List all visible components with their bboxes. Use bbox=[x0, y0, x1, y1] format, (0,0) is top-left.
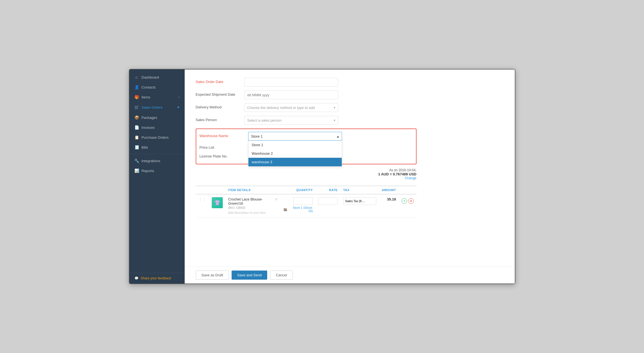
amount-cell: 35.18 bbox=[379, 194, 399, 217]
chevron-up-icon: ▴ bbox=[337, 134, 339, 138]
items-table: ITEM DETAILS QUANTITY RATE TAX AMOUNT ⋮⋮ bbox=[196, 186, 417, 217]
sidebar-nav: ⌂ Dashboard 👤 Contacts 🎁 Items › 🛒 Sales… bbox=[129, 69, 185, 273]
sidebar-item-purchase-orders[interactable]: 📋 Purchase Orders bbox=[129, 132, 185, 142]
stock-value: Store 1 (Stock: 20) bbox=[288, 206, 313, 213]
cancel-button[interactable]: Cancel bbox=[270, 271, 293, 280]
main-content: Sales Order Date 04 Oct 2016 Expected Sh… bbox=[185, 69, 515, 284]
add-sales-order-icon[interactable]: + bbox=[177, 105, 179, 110]
sidebar-item-reports[interactable]: 📊 Reports bbox=[129, 166, 185, 176]
sales-orders-icon: 🛒 bbox=[134, 105, 139, 109]
price-list-label: Price List bbox=[200, 143, 244, 149]
dashboard-icon: ⌂ bbox=[134, 75, 139, 79]
delivery-method-select-wrapper: Choose the delivery method or type to ad… bbox=[244, 103, 338, 112]
col-header-rate: RATE bbox=[316, 186, 340, 194]
sales-person-row: Sales Person Select a sales person ▾ bbox=[196, 116, 417, 125]
sidebar-label-integrations: Integrations bbox=[142, 159, 160, 163]
bills-icon: 🧾 bbox=[134, 145, 139, 149]
tax-select[interactable]: Sales Tax [8.... bbox=[343, 197, 376, 205]
warehouse-selected-value: Store 1 bbox=[251, 134, 263, 138]
sidebar-item-dashboard[interactable]: ⌂ Dashboard bbox=[129, 72, 185, 82]
delivery-method-select[interactable]: Choose the delivery method or type to ad… bbox=[244, 103, 338, 112]
item-name: Crochet Lace Blouse-Green/16 bbox=[228, 197, 275, 205]
sidebar-item-bills[interactable]: 🧾 Bills bbox=[129, 142, 185, 152]
drag-handle-icon[interactable]: ⋮⋮ bbox=[198, 194, 206, 202]
sales-order-form: Sales Order Date 04 Oct 2016 Expected Sh… bbox=[196, 78, 417, 217]
rate-input[interactable]: 35.18 bbox=[318, 197, 338, 205]
item-close-icon[interactable]: ✕ bbox=[275, 197, 278, 209]
warehouse-option-warehouse2[interactable]: Warehouse 2 bbox=[248, 149, 342, 158]
table-header: ITEM DETAILS QUANTITY RATE TAX AMOUNT bbox=[196, 186, 417, 194]
item-sku: SKU: CB002 bbox=[228, 206, 275, 209]
feedback-button[interactable]: 💬 Share your feedback bbox=[129, 273, 185, 284]
reports-icon: 📊 bbox=[134, 169, 139, 173]
delivery-method-label: Delivery Method bbox=[196, 103, 240, 109]
warehouse-select-trigger[interactable]: Store 1 ▴ bbox=[248, 132, 342, 141]
warehouse-icon: 🏬 bbox=[283, 208, 287, 211]
sidebar-item-contacts[interactable]: 👤 Contacts bbox=[129, 82, 185, 92]
warehouse-row: Warehouse Name Store 1 ▴ Store 1 bbox=[196, 129, 417, 164]
col-header-tax: TAX bbox=[340, 186, 379, 194]
sidebar-label-purchase-orders: Purchase Orders bbox=[142, 135, 169, 140]
col-header-amount: AMOUNT bbox=[379, 186, 399, 194]
sidebar-label-dashboard: Dashboard bbox=[142, 75, 159, 79]
expected-shipment-row: Expected Shipment Date bbox=[196, 90, 417, 99]
add-row-button[interactable]: + bbox=[402, 198, 407, 204]
warehouse-dropdown: Store 1 Warehouse 2 warehouse 3 bbox=[248, 141, 342, 167]
sales-order-date-input[interactable]: 04 Oct 2016 bbox=[244, 78, 338, 87]
stock-info: 🏬 Store 1 (Stock: 20) bbox=[283, 206, 313, 213]
integrations-icon: 🔧 bbox=[134, 159, 139, 163]
expected-shipment-input[interactable] bbox=[244, 90, 338, 99]
sidebar-label-sales-orders: Sales Orders bbox=[142, 105, 163, 109]
sidebar-label-invoices: Invoices bbox=[142, 125, 155, 130]
delivery-method-row: Delivery Method Choose the delivery meth… bbox=[196, 103, 417, 112]
sidebar-item-sales-orders[interactable]: 🛒 Sales Orders + bbox=[129, 102, 185, 113]
warehouse-name-label: Warehouse Name bbox=[200, 132, 244, 138]
quantity-input[interactable]: 1.00 bbox=[293, 197, 313, 205]
form-footer: Save as Draft Save and Send Cancel bbox=[185, 266, 515, 284]
exchange-rate-change-link[interactable]: Change bbox=[196, 176, 417, 180]
tax-select-wrapper: Sales Tax [8.... bbox=[343, 197, 376, 205]
item-image: 👚 bbox=[212, 197, 223, 208]
table-row: ⋮⋮ 👚 Crochet Lace Blouse-Green/16 SKU: C… bbox=[196, 194, 417, 217]
sidebar-item-packages[interactable]: 📦 Packages bbox=[129, 113, 185, 122]
save-draft-button[interactable]: Save as Draft bbox=[196, 271, 229, 280]
sales-order-date-label: Sales Order Date bbox=[196, 78, 240, 84]
sidebar-item-invoices[interactable]: 📄 Invoices bbox=[129, 122, 185, 132]
sales-person-label: Sales Person bbox=[196, 116, 240, 122]
sales-person-select-wrapper: Select a sales person ▾ bbox=[244, 116, 338, 125]
sidebar-item-items[interactable]: 🎁 Items › bbox=[129, 92, 185, 102]
items-icon: 🎁 bbox=[134, 95, 139, 99]
sidebar-label-bills: Bills bbox=[142, 145, 148, 149]
feedback-label: Share your feedback bbox=[141, 276, 171, 280]
save-send-button[interactable]: Save and Send bbox=[232, 271, 267, 280]
item-details-cell: Crochet Lace Blouse-Green/16 SKU: CB002 … bbox=[226, 194, 281, 217]
sidebar-item-integrations[interactable]: 🔧 Integrations bbox=[129, 156, 185, 166]
col-header-item-details: ITEM DETAILS bbox=[226, 186, 281, 194]
col-header-quantity: QUANTITY bbox=[281, 186, 316, 194]
item-description[interactable]: Add description to your item bbox=[228, 211, 278, 214]
purchase-orders-icon: 📋 bbox=[134, 135, 139, 140]
chevron-right-icon: › bbox=[179, 95, 180, 99]
packages-icon: 📦 bbox=[134, 115, 139, 120]
sales-person-select[interactable]: Select a sales person bbox=[244, 116, 338, 125]
warehouse-option-warehouse3[interactable]: warehouse 3 bbox=[248, 158, 342, 166]
sidebar-label-contacts: Contacts bbox=[142, 85, 156, 89]
sidebar: ⌂ Dashboard 👤 Contacts 🎁 Items › 🛒 Sales… bbox=[129, 69, 185, 284]
warehouse-option-store1[interactable]: Store 1 bbox=[248, 141, 342, 149]
warehouse-name-row: Warehouse Name Store 1 ▴ Store 1 bbox=[200, 132, 413, 141]
sidebar-label-items: Items bbox=[142, 95, 150, 99]
contacts-icon: 👤 bbox=[134, 85, 139, 89]
sales-order-date-row: Sales Order Date 04 Oct 2016 bbox=[196, 78, 417, 87]
row-actions: + ✕ bbox=[402, 197, 414, 204]
expected-shipment-label: Expected Shipment Date bbox=[196, 90, 240, 97]
exchange-rate-value: 1 AUD = 0.767489 USD bbox=[196, 172, 417, 176]
warehouse-select-wrapper: Store 1 ▴ Store 1 Warehouse 2 bbox=[248, 132, 342, 141]
remove-row-button[interactable]: ✕ bbox=[408, 198, 414, 204]
sidebar-label-packages: Packages bbox=[142, 116, 157, 120]
sidebar-label-reports: Reports bbox=[142, 169, 154, 173]
license-plate-label: License Plate No. bbox=[200, 152, 244, 158]
exchange-rate-date: As on 2016-10-04, bbox=[196, 168, 417, 172]
feedback-icon: 💬 bbox=[134, 276, 139, 280]
invoices-icon: 📄 bbox=[134, 125, 139, 130]
content-area: Sales Order Date 04 Oct 2016 Expected Sh… bbox=[185, 69, 515, 266]
